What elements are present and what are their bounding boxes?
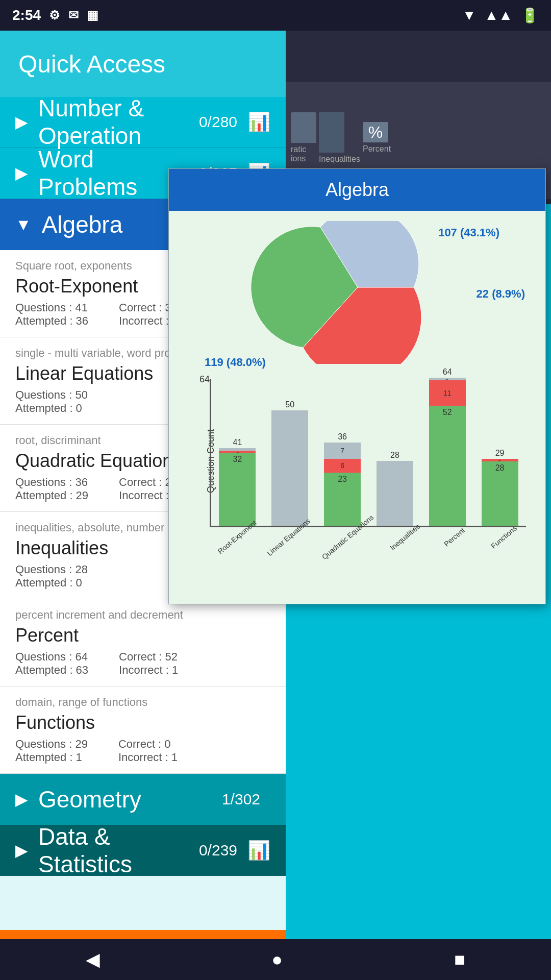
nav-bar: ◀ ● ■ [0, 939, 551, 980]
pie-label-blue: 119 (48.0%) [205, 356, 266, 369]
nav-home-button[interactable]: ● [256, 944, 298, 975]
number-operation-title: Number & Operation [38, 97, 199, 150]
y-max-label: 64 [199, 374, 210, 385]
chart-area: 107 (43.1%) 22 (8.9%) 119 (48.0%) Questi… [169, 211, 545, 604]
time-display: 2:54 [12, 7, 41, 23]
nav-recent-button[interactable]: ■ [439, 944, 481, 975]
functions-incorrect: Incorrect : 1 [118, 751, 178, 764]
bar-inequalities: 28 [368, 451, 421, 526]
inequalities-attempted: Attempted : 0 [15, 576, 88, 590]
quadratic-attempted: Attempted : 29 [15, 489, 88, 502]
bottom-strip [0, 930, 286, 939]
functions-correct: Correct : 0 [118, 738, 178, 751]
bar-area: 41 4 32 50 36 [210, 379, 526, 527]
status-left: 2:54 ⚙ ✉ ▦ [12, 7, 98, 23]
linear-equations-questions: Questions : 50 [15, 388, 88, 402]
status-right: ▼ ▲▲ 🔋 [462, 7, 539, 24]
functions-title: Functions [15, 712, 270, 733]
data-statistics-header[interactable]: ▶ Data & Statistics 0/239 📊 [0, 825, 286, 876]
number-operation-chart-icon: 📊 [247, 111, 270, 133]
bar-quadratic: 36 7 6 23 [316, 432, 369, 526]
quick-access-title: Quick Access [18, 50, 165, 78]
geometry-header[interactable]: ▶ Geometry 1/302 [0, 774, 286, 825]
geometry-arrow: ▶ [15, 790, 28, 809]
pie-chart-container: 107 (43.1%) 22 (8.9%) 119 (48.0%) [184, 221, 530, 374]
email-icon: ✉ [68, 8, 79, 22]
root-exponent-questions: Questions : 41 [15, 301, 88, 314]
number-operation-count: 0/280 [199, 113, 237, 131]
signal-icon: ▲▲ [485, 7, 513, 23]
geometry-count: 1/302 [222, 791, 260, 808]
quadratic-questions: Questions : 36 [15, 476, 88, 489]
quick-access-header: Quick Access [0, 31, 286, 97]
pie-label-green: 107 (43.1%) [438, 226, 499, 239]
algebra-arrow: ▼ [15, 215, 32, 234]
card-icon: ▦ [87, 8, 98, 22]
functions-section[interactable]: domain, range of functions Functions Que… [0, 687, 286, 774]
battery-icon: 🔋 [521, 7, 539, 24]
functions-stats: Questions : 29 Attempted : 1 Correct : 0… [15, 738, 270, 764]
data-statistics-chart-icon: 📊 [247, 840, 270, 861]
bar-linear-equations: 50 [264, 400, 316, 526]
percent-correct: Correct : 52 [119, 650, 178, 664]
status-bar: 2:54 ⚙ ✉ ▦ ▼ ▲▲ 🔋 [0, 0, 551, 31]
linear-equations-attempted: Attempted : 0 [15, 402, 88, 415]
percent-attempted: Attempted : 63 [15, 664, 88, 677]
number-operation-arrow: ▶ [15, 112, 28, 132]
percent-title: Percent [15, 625, 270, 646]
word-problems-arrow: ▶ [15, 163, 28, 183]
bar-root-exponent: 41 4 32 [211, 438, 264, 526]
percent-label: percent increment and decrement [15, 608, 270, 622]
geometry-title: Geometry [38, 786, 222, 813]
bar-functions: 29 1 28 [473, 449, 526, 526]
bar-percent: 64 1 11 52 [421, 368, 473, 526]
settings-icon: ⚙ [49, 8, 60, 22]
data-statistics-arrow: ▶ [15, 841, 28, 860]
pie-label-red: 22 (8.9%) [477, 287, 525, 301]
x-axis-labels: Root-Exponent Linear Equations Quadratic… [210, 530, 526, 542]
percent-section[interactable]: percent increment and decrement Percent … [0, 599, 286, 687]
functions-attempted: Attempted : 1 [15, 751, 88, 764]
percent-stats: Questions : 64 Attempted : 63 Correct : … [15, 650, 270, 677]
number-operation-header[interactable]: ▶ Number & Operation 0/280 📊 [0, 97, 286, 148]
nav-back-button[interactable]: ◀ [70, 944, 115, 975]
chart-popup-title: Algebra [169, 169, 545, 211]
algebra-chart-popup: Algebra [168, 168, 546, 604]
wifi-icon: ▼ [462, 7, 477, 23]
root-exponent-attempted: Attempted : 36 [15, 314, 88, 328]
bar-chart-container: Question Count 64 41 4 32 [184, 374, 531, 589]
percent-incorrect: Incorrect : 1 [119, 664, 178, 677]
inequalities-questions: Questions : 28 [15, 563, 88, 576]
data-statistics-count: 0/239 [199, 842, 237, 859]
data-statistics-title: Data & Statistics [38, 823, 199, 878]
functions-label: domain, range of functions [15, 696, 270, 709]
percent-questions: Questions : 64 [15, 650, 88, 664]
functions-questions: Questions : 29 [15, 738, 88, 751]
